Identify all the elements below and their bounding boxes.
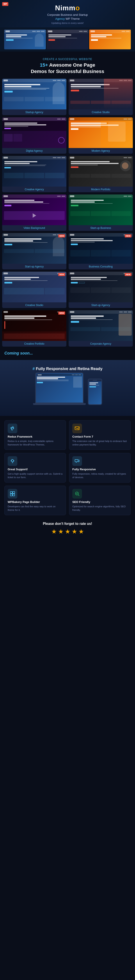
demo-item-modern-portfolio[interactable]: Modern Portfolio bbox=[68, 156, 133, 192]
phone-frame bbox=[88, 379, 102, 405]
demo-item-creative-agency[interactable]: Creative Agency bbox=[2, 156, 67, 192]
feature-responsive-title: Fully Responsive bbox=[72, 468, 96, 471]
hero-strip bbox=[0, 27, 135, 51]
responsive-title-text: Fully Responsive and Retina Ready bbox=[35, 367, 102, 371]
demo-label-modern-portfolio: Modern Portfolio bbox=[68, 186, 133, 192]
demo-label-creative-studio: Creative Studio bbox=[68, 110, 133, 115]
demo-item-startup-agency3[interactable]: New Start-up Agenc bbox=[68, 272, 133, 308]
demo-label-modern-agency: Modern Agency bbox=[68, 148, 133, 154]
support-icon bbox=[8, 456, 17, 466]
rate-section: Please don't forget to rate us! ★ ★ ★ ★ … bbox=[0, 517, 135, 541]
star-3[interactable]: ★ bbox=[65, 528, 70, 535]
demo-label-business-consulting: Business Consulting bbox=[68, 264, 133, 269]
demo-label-creative-portfolio: Creative Portfolio bbox=[2, 341, 67, 347]
feature-wpbakery: WPBakery Page Builder Developers can fin… bbox=[5, 485, 66, 515]
new-badge-creative-portfolio: New bbox=[58, 312, 65, 315]
svg-rect-10 bbox=[13, 492, 15, 493]
new-badge-startup-agency2: New bbox=[58, 234, 65, 237]
demo-item-startup-agency2[interactable]: New Start-up Agency bbox=[2, 233, 67, 269]
demo-label-startup-agency: Startup Agency bbox=[2, 110, 67, 115]
svg-text:7: 7 bbox=[78, 428, 79, 431]
header-agency: Agency bbox=[55, 17, 65, 21]
feature-contact7-desc: The extension can be of great help to em… bbox=[72, 439, 127, 447]
star-5[interactable]: ★ bbox=[78, 528, 84, 535]
devices-mockup bbox=[5, 372, 130, 405]
feature-responsive: Fully Responsive Fully responsive, retin… bbox=[69, 453, 130, 482]
feature-support-desc: Get a high quality support service with … bbox=[8, 472, 63, 479]
responsive-icon bbox=[72, 456, 82, 466]
demo-label-digital-agency: Digital Agency bbox=[2, 148, 67, 154]
svg-rect-9 bbox=[10, 492, 12, 493]
wpbakery-icon bbox=[8, 489, 17, 498]
feature-support-title: Great Support! bbox=[8, 468, 28, 471]
redux-icon bbox=[8, 423, 17, 433]
feature-redux-title: Redux Framework bbox=[8, 435, 32, 438]
demo-item-video-background[interactable]: Video Background bbox=[2, 194, 67, 231]
demo-item-creative-portfolio[interactable]: New Creative Portfolio bbox=[2, 310, 67, 347]
feature-contact7-title: Contact Form 7 bbox=[72, 435, 93, 438]
responsive-title: # Fully Responsive and Retina Ready bbox=[5, 367, 130, 371]
demo-item-business-consulting[interactable]: New Business Consulting bbox=[68, 233, 133, 269]
header-title-line1: Corporate Business and Startup bbox=[47, 13, 88, 16]
new-badge-startup-agency3: New bbox=[125, 273, 132, 276]
demo-label-startup-agency2: Start-up Agency bbox=[2, 264, 67, 269]
demo-label-startup-business: Start-up Business bbox=[68, 225, 133, 231]
features-grid: Redux Framework Redux is a simple, truly… bbox=[3, 420, 132, 515]
rate-text: Please don't forget to rate us! bbox=[5, 522, 130, 526]
feature-wpbakery-title: WPBakery Page Builder bbox=[8, 500, 40, 504]
logo-o: o bbox=[75, 4, 80, 12]
feature-wpbakery-desc: Developers can find the easy way to work… bbox=[8, 505, 63, 512]
demo-item-creative-studio2[interactable]: New Creative Studio bbox=[2, 272, 67, 308]
feature-contact7: 7 Contact Form 7 The extension can be of… bbox=[69, 420, 130, 450]
feature-support: Great Support! Get a high quality suppor… bbox=[5, 453, 66, 482]
demo-label-creative-agency: Creative Agency bbox=[2, 186, 67, 192]
demo-item-startup-business[interactable]: Start-up Business bbox=[68, 194, 133, 231]
demo-grid: Startup Agency Creative Studio bbox=[0, 79, 135, 349]
feature-seo-title: SEO Friendly bbox=[72, 500, 90, 504]
svg-rect-6 bbox=[75, 460, 78, 462]
responsive-section: # Fully Responsive and Retina Ready bbox=[0, 360, 135, 416]
demo-label-video-background: Video Background bbox=[2, 225, 67, 231]
demo-item-digital-agency[interactable]: Digital Agency bbox=[2, 117, 67, 154]
new-badge-creative-studio2: New bbox=[58, 273, 65, 276]
laptop-frame bbox=[35, 372, 84, 403]
responsive-hash: # bbox=[32, 367, 35, 371]
header-subtitle: Corporate Business and Startup Agency WP… bbox=[5, 13, 130, 21]
demos-section-title: Create a successful website 15+ Awesome … bbox=[0, 51, 135, 78]
star-1[interactable]: ★ bbox=[51, 528, 57, 535]
star-4[interactable]: ★ bbox=[71, 528, 77, 535]
stars-container: ★ ★ ★ ★ ★ bbox=[5, 528, 130, 535]
demo-label-startup-agency3: Start-up Agency bbox=[68, 302, 133, 308]
feature-seo-desc: Optimized for search engine algorithms, … bbox=[72, 505, 127, 512]
svg-rect-11 bbox=[10, 494, 12, 496]
coming-soon-section: Coming soon... bbox=[0, 349, 135, 360]
demo-item-modern-agency[interactable]: Modern Agency bbox=[68, 117, 133, 154]
demos-title-p3: Demos for Successful Business bbox=[31, 68, 104, 74]
demos-pretitle: Create a successful website bbox=[5, 58, 130, 61]
demos-main-title: 15+ Awesome One Page Demos for Successfu… bbox=[5, 62, 130, 75]
feature-seo: SEO Friendly Optimized for search engine… bbox=[69, 485, 130, 515]
logo: Nimmo bbox=[5, 4, 130, 12]
demo-item-startup-agency[interactable]: Startup Agency bbox=[2, 79, 67, 115]
new-badge-business-consulting: New bbox=[125, 234, 132, 237]
feature-redux: Redux Framework Redux is a simple, truly… bbox=[5, 420, 66, 450]
demo-label-corporate-agency: Corporate Agency bbox=[68, 341, 133, 347]
demo-item-creative-studio[interactable]: Creative Studio bbox=[68, 79, 133, 115]
seo-icon bbox=[72, 489, 82, 498]
svg-rect-7 bbox=[78, 460, 79, 462]
logo-text: Nimm bbox=[55, 4, 75, 12]
demo-item-corporate-agency[interactable]: Corporate Agency bbox=[68, 310, 133, 347]
features-section: Redux Framework Redux is a simple, truly… bbox=[0, 416, 135, 517]
header-wp-theme: WP Theme bbox=[65, 17, 80, 21]
coming-soon-text: Coming soon... bbox=[5, 351, 33, 355]
demos-count: 15+ bbox=[40, 62, 48, 68]
svg-point-0 bbox=[12, 428, 13, 429]
wp-badge: WP bbox=[2, 2, 8, 6]
feature-redux-desc: Redux is a simple, truly extendable opti… bbox=[8, 439, 63, 447]
star-2[interactable]: ★ bbox=[58, 528, 64, 535]
contact7-icon: 7 bbox=[72, 423, 82, 433]
feature-responsive-desc: Fully responsive, retina ready, created … bbox=[72, 472, 127, 479]
svg-rect-12 bbox=[13, 494, 15, 496]
page-header: WP Nimmo Corporate Business and Startup … bbox=[0, 0, 135, 27]
demo-label-creative-studio2: Creative Studio bbox=[2, 302, 67, 308]
